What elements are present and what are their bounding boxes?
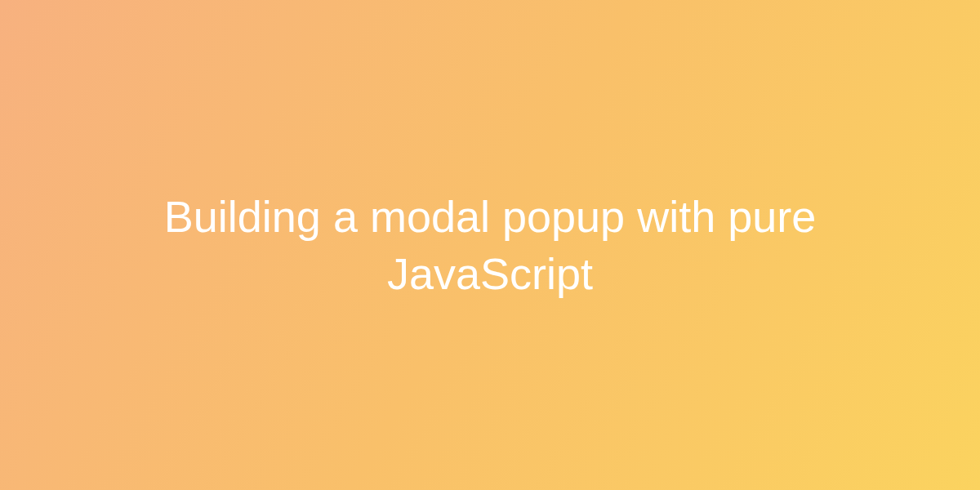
- page-title: Building a modal popup with pure JavaScr…: [122, 188, 858, 302]
- hero-banner: Building a modal popup with pure JavaScr…: [0, 0, 980, 490]
